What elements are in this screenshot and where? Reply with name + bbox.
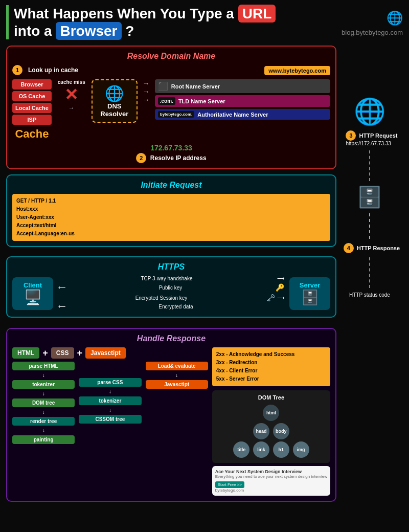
step2-label: Resolve IP address [150,154,207,162]
initiate-title: Initiate Request [12,181,330,190]
local-cache: Local Cache [12,103,52,113]
cache-miss-icon: ✕ [64,85,78,104]
dns-resolver-box: 🌐 DNSResolver [92,79,138,123]
response-title: Handle Response [12,334,330,343]
step1-badge: 1 [12,65,22,75]
initiate-request-section: Initiate Request GET / HTTP / 1.1 Host:x… [6,174,336,247]
tech-row: HTML + CSS + Javasctipt [12,347,208,359]
url-value: www.bytebytego.com [264,66,330,75]
title-section: What Happens When You Type a URL into a … [6,5,403,39]
step3-label: 3 HTTP Request [346,130,397,141]
ad-button[interactable]: Start Free >> [215,481,244,488]
title-before-url: What Happens When You Type a [14,6,238,21]
parse-html-badge: parse HTML [12,362,75,370]
response-section: Handle Response HTML + CSS + Javasctipt [6,328,336,502]
plus-2: + [77,348,83,359]
link-node: link [253,441,269,458]
server-label: Server [293,281,326,289]
www-globe-icon: 🌐 [354,97,385,126]
tld-ns-box: .com. TLD Name Server [155,95,330,107]
key-icon: 🔑 [276,283,284,292]
isp-cache: ISP [12,115,52,125]
encrypted-data-label: Encrypted data [67,304,284,309]
html-badge: HTML [12,347,39,359]
http-line-1: GET / HTTP / 1.1 [16,197,326,205]
main-title: What Happens When You Type a URL into a … [14,5,276,39]
server-box: Server 🗄️ [289,277,330,310]
dom-tree-box: DOM Tree html head body titl [212,390,330,463]
name-servers: ⬛ Root Name Server .com. TLD Name Server [155,79,330,120]
root-ns-label: Root Name Server [171,83,220,90]
dom-tree-badge: DOM tree [12,398,75,407]
http-status-right-label: HTTP status code [349,292,390,298]
img-node: img [293,441,309,458]
ad-title: Ace Your Next System Design Interview [215,469,327,474]
step4-badge: 4 [344,243,354,253]
cache-label: Cache [15,127,49,141]
ad-author: bytebytego.com [215,488,327,493]
js-badge: Javasctipt [85,347,126,359]
ad-sub: Everything you need to ace your next sys… [215,474,327,479]
resolve-title: Resolve Domain Name [12,52,330,61]
plus-1: + [42,348,48,359]
render-tree-badge: render tree [12,417,75,426]
title-question: ? [122,23,134,39]
auth-dot: bytebytego.com. [158,111,195,118]
resolve-domain-section: Resolve Domain Name 1 Look up in cache w… [6,46,336,169]
tcp-handshake-row: TCP 3-way handshake ⟶ [58,276,284,281]
dashed-line-down [369,150,370,181]
root-ns-box: ⬛ Root Name Server [155,79,330,93]
public-key-label: Public key [67,285,274,291]
tokenizer-badge: tokenizer [12,380,75,389]
session-key-label: Encrypted Session key [58,295,264,301]
step3-url: https://172.67.73.33 [346,141,397,146]
http-line-4: Accept:text/html [16,221,326,230]
handshake-area: TCP 3-way handshake ⟶ ⟵ Public key 🔑 Enc… [58,276,284,312]
js2-badge: Javasctipt [146,380,208,389]
auth-ns-box: bytebytego.com. Authoritative Name Serve… [155,109,330,120]
url-badge: URL [238,5,276,23]
http-line-2: Host:xxx [16,205,326,213]
http-line-3: User-Agent:xxx [16,213,326,221]
http-status-box: 2xx - Acknowledge and Success 3xx - Redi… [212,347,330,386]
title-line2-before: into a [14,23,56,39]
dns-label: DNSResolver [97,102,132,118]
step2-badge: 2 [136,153,146,163]
browser-cache: Browser [12,79,52,90]
step4-label: 4 HTTP Response [344,243,400,253]
brand-label: blog.bytebytego.com [342,29,403,36]
parse-flow: parse HTML ↓ tokenizer ↓ DOM tree ↓ rend… [12,362,208,444]
handshake-label: TCP 3-way handshake [58,276,275,281]
http-request-box: GET / HTTP / 1.1 Host:xxx User-Agent:xxx… [12,194,330,241]
session-key-row: Encrypted Session key 🗝️ ⟶ [58,294,284,302]
client-box: Client 🖥️ [12,277,53,310]
load-eval-badge: Load& evaluate [146,362,208,370]
browser-badge: Browser [56,22,121,40]
ip-value: 172.67.73.33 [12,144,330,152]
public-key-row: ⟵ Public key 🔑 [58,283,284,292]
parse-css-badge: parse CSS [79,378,141,387]
ad-box: Ace Your Next System Design Interview Ev… [212,466,330,496]
step1-label: Look up in cache [28,66,78,74]
dns-globe-icon: 🌐 [97,84,132,102]
tokenizer2-badge: tokenizer [79,396,141,405]
cache-miss-area: cache miss ✕ → [58,79,85,112]
dashed-line-status [369,257,370,288]
db-server-icon: 🗄️ [357,185,382,209]
body-node: body [273,423,289,439]
step3-badge: 3 [346,130,356,141]
http-line-5: Accept-Language:en-us [16,230,326,238]
client-icon: 🖥️ [16,289,49,306]
h1-node: h1 [273,441,289,458]
client-label: Client [16,281,49,289]
right-panel: 🌐 3 HTTP Request https://172.67.73.33 🗄️… [336,46,403,507]
status-4xx: 4xx - Client Error [216,367,326,375]
cache-stack: Browser OS Cache Local Cache ISP [12,79,52,125]
painting-badge: painting [12,435,75,444]
title-node: title [233,441,249,458]
status-5xx: 5xx - Server Error [216,375,326,383]
https-section: HTTPS Client 🖥️ TCP 3-way handshake ⟶ [6,256,336,318]
session-key-icon: 🗝️ [266,294,275,302]
os-cache: OS Cache [12,91,52,101]
tld-dot: .com. [158,97,175,105]
